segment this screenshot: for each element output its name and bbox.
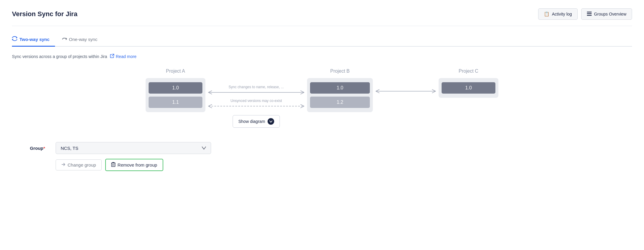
project-c-label: Project C xyxy=(459,68,478,74)
tab-one-way-sync[interactable]: One-way sync xyxy=(62,33,103,47)
activity-log-label: Activity log xyxy=(552,12,572,16)
groups-overview-button[interactable]: Groups Overview xyxy=(581,8,632,20)
group-select-value: NCS, TS xyxy=(61,146,78,151)
group-row: Group* NCS, TS xyxy=(30,142,632,154)
required-indicator: * xyxy=(43,146,45,151)
show-diagram-label: Show diagram xyxy=(238,119,265,124)
project-a-label: Project A xyxy=(166,68,185,74)
read-more-label: Read more xyxy=(116,54,136,59)
remove-from-group-button[interactable]: Remove from group xyxy=(105,159,163,171)
page-header: Version Sync for Jira 📋 Activity log Gro… xyxy=(12,8,632,20)
group-section: Group* NCS, TS Change group xyxy=(30,142,632,171)
project-a-version-1: 1.0 xyxy=(149,82,202,94)
remove-from-group-label: Remove from group xyxy=(117,162,157,167)
description-text: Sync versions across a group of projects… xyxy=(12,54,107,59)
action-row: Change group Remove from group xyxy=(56,159,632,171)
svg-rect-1 xyxy=(587,13,592,14)
change-group-label: Change group xyxy=(68,162,96,167)
app-title: Version Sync for Jira xyxy=(12,10,77,18)
project-a-column: Project A 1.0 1.1 xyxy=(146,68,205,112)
tab-one-way-label: One-way sync xyxy=(69,37,97,42)
project-b-column: Project B 1.0 1.2 xyxy=(307,68,373,112)
svg-rect-2 xyxy=(587,15,592,16)
description-row: Sync versions across a group of projects… xyxy=(12,54,632,59)
chevron-down-icon xyxy=(268,118,274,125)
svg-rect-0 xyxy=(587,12,592,13)
project-a-version-2: 1.1 xyxy=(149,97,202,108)
groups-overview-icon xyxy=(587,12,592,17)
one-way-sync-icon xyxy=(62,37,67,42)
project-b-label: Project B xyxy=(330,68,350,74)
left-connector-svg: Sync changes to name, release, ... Unsyn… xyxy=(205,84,307,114)
activity-log-icon: 📋 xyxy=(544,11,550,17)
trash-icon xyxy=(111,162,115,168)
group-label: Group* xyxy=(30,146,51,151)
show-diagram-button[interactable]: Show diagram xyxy=(233,115,280,128)
change-group-button[interactable]: Change group xyxy=(56,159,102,170)
tab-two-way-label: Two-way sync xyxy=(19,37,50,42)
project-c-box: 1.0 xyxy=(439,78,498,98)
tab-two-way-sync[interactable]: Two-way sync xyxy=(12,33,55,47)
external-link-icon xyxy=(110,54,114,59)
project-c-column: Project C 1.0 xyxy=(439,68,498,98)
activity-log-button[interactable]: 📋 Activity log xyxy=(538,8,578,20)
svg-text:Sync changes to name, release,: Sync changes to name, release, ... xyxy=(229,85,284,89)
change-group-arrow-icon xyxy=(61,162,65,167)
tabs-container: Two-way sync One-way sync xyxy=(12,33,632,47)
header-divider xyxy=(12,26,632,26)
chevron-down-icon xyxy=(202,145,206,151)
svg-rect-8 xyxy=(112,163,115,167)
project-b-box: 1.0 1.2 xyxy=(307,78,373,112)
project-b-version-1: 1.0 xyxy=(310,82,370,94)
diagram-area: Project A 1.0 1.1 Sync changes to name, … xyxy=(12,68,632,128)
group-select[interactable]: NCS, TS xyxy=(56,142,211,154)
two-way-sync-icon xyxy=(12,36,17,42)
project-c-version-1: 1.0 xyxy=(442,82,495,94)
project-a-box: 1.0 1.1 xyxy=(146,78,205,112)
header-buttons: 📋 Activity log Groups Overview xyxy=(538,8,632,20)
groups-overview-label: Groups Overview xyxy=(594,12,626,16)
read-more-link[interactable]: Read more xyxy=(110,54,136,59)
right-connector-svg xyxy=(373,84,439,98)
svg-text:Unsynced versions may co-exist: Unsynced versions may co-exist xyxy=(231,99,282,103)
project-b-version-2: 1.2 xyxy=(310,97,370,108)
